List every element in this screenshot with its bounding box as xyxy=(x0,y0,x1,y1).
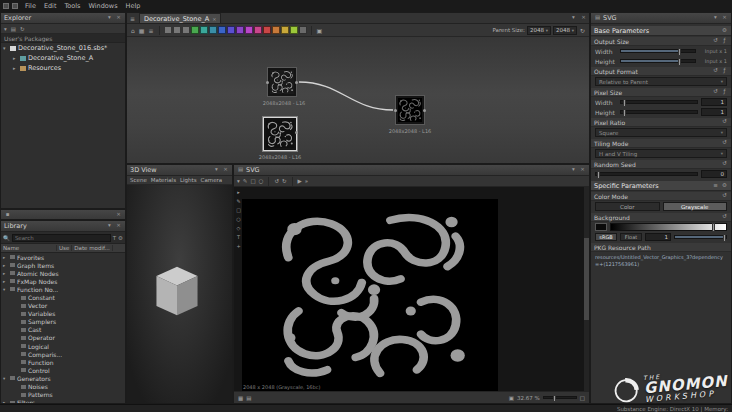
gear-icon[interactable]: ⚙ xyxy=(721,28,728,34)
close-icon[interactable]: × xyxy=(115,212,122,218)
node-palette-icon-9[interactable] xyxy=(236,26,244,34)
close-icon[interactable]: × xyxy=(115,15,122,21)
slider-knob[interactable] xyxy=(623,99,626,107)
undo-icon[interactable]: ↺ xyxy=(274,178,279,184)
slider-knob[interactable] xyxy=(723,234,726,242)
node-palette-icon-13[interactable] xyxy=(272,26,280,34)
library-item-comparis-[interactable]: Comparis... xyxy=(1,350,125,358)
reset-icon[interactable]: ↺ xyxy=(721,140,728,146)
frame-all-icon[interactable]: ▦ xyxy=(138,27,146,34)
pen-tool-icon[interactable]: ✎ xyxy=(243,178,248,184)
reset-icon[interactable]: ↺ xyxy=(712,68,719,74)
node-palette-icon-16[interactable] xyxy=(299,26,307,34)
pixel-height-value[interactable]: 1 xyxy=(701,108,727,116)
slider-knob[interactable] xyxy=(623,109,626,117)
input-pin[interactable] xyxy=(394,109,397,112)
node-palette-icon-7[interactable] xyxy=(218,26,226,34)
grid-toggle-icon[interactable]: ▦ xyxy=(238,395,243,401)
library-item-favorites[interactable]: ▸Favorites xyxy=(1,253,125,261)
skip-end-icon[interactable]: » xyxy=(305,178,308,184)
menu-file[interactable]: File xyxy=(21,2,40,10)
tiling-mode-select[interactable]: H and V Tiling▾ xyxy=(595,149,727,158)
slider-knob[interactable] xyxy=(678,48,681,56)
gear-icon[interactable]: ⚙ xyxy=(721,183,728,189)
close-icon[interactable]: × xyxy=(115,223,122,229)
graph-node-output[interactable] xyxy=(395,95,425,125)
library-column-name[interactable]: Name xyxy=(1,245,57,251)
rect-tool-icon[interactable]: □ xyxy=(250,178,255,184)
close-icon[interactable]: × xyxy=(580,15,587,21)
pixel-grid-icon[interactable]: ▣ xyxy=(509,395,514,401)
home-view-icon[interactable]: ⌂ xyxy=(130,27,136,34)
view3d-menu-materials[interactable]: Materials xyxy=(151,177,176,183)
node-palette-icon-3[interactable] xyxy=(182,26,190,34)
panel-grip-icon[interactable]: ▪ xyxy=(4,212,11,218)
output-pin[interactable] xyxy=(423,109,426,112)
node-palette-icon-14[interactable] xyxy=(281,26,289,34)
menu-edit[interactable]: Edit xyxy=(40,2,61,10)
menu-help[interactable]: Help xyxy=(122,2,145,10)
explorer-item-graph[interactable]: ▸ Decorative_Stone_A xyxy=(1,53,125,63)
library-item-fxmap-nodes[interactable]: ▸FxMap Nodes xyxy=(1,277,125,285)
open-file-icon[interactable] xyxy=(12,3,18,9)
graph-node-blur[interactable] xyxy=(267,67,297,97)
library-item-generators[interactable]: ▾Generators xyxy=(1,374,125,382)
random-seed-slider[interactable] xyxy=(595,172,698,176)
parent-size-height-select[interactable]: 2048▾ xyxy=(553,26,577,35)
random-seed-value[interactable]: 0 xyxy=(701,170,727,178)
view2d-viewport[interactable]: ▸ ✎ □ ○ ◇ T + 2048 x 2048 (Grayscale, 16… xyxy=(234,187,584,391)
ellipse-tool-icon[interactable]: ○ xyxy=(259,178,264,184)
filter-text-icon[interactable]: T xyxy=(113,235,116,241)
pixel-height-slider[interactable] xyxy=(620,110,698,114)
checker-icon[interactable]: ▣ xyxy=(316,27,324,34)
graph-canvas[interactable]: 2048x2048 - L16 2048x2048 - L16 2048x204… xyxy=(127,37,589,163)
explorer-item-package[interactable]: ▾ Decorative_Stone_016.sbs* xyxy=(1,43,125,53)
expand-arrow-icon[interactable]: ▸ xyxy=(13,55,18,61)
new-file-icon[interactable] xyxy=(3,3,9,9)
library-item-graph-items[interactable]: ▸Graph Items xyxy=(1,261,125,269)
function-icon[interactable]: ƒ xyxy=(721,89,728,95)
library-item-control[interactable]: Control xyxy=(1,366,125,374)
library-item-vector[interactable]: Vector xyxy=(1,302,125,310)
library-item-samplers[interactable]: Samplers xyxy=(1,318,125,326)
width-slider[interactable] xyxy=(620,49,696,53)
pixel-width-slider[interactable] xyxy=(620,100,698,104)
pixel-width-value[interactable]: 1 xyxy=(701,98,727,106)
view3d-menu-camera[interactable]: Camera xyxy=(201,177,223,183)
node-palette-icon-2[interactable] xyxy=(173,26,181,34)
refresh-icon[interactable]: ↻ xyxy=(20,26,25,32)
reset-icon[interactable]: ↺ xyxy=(721,193,728,199)
expand-arrow-icon[interactable]: ▸ xyxy=(13,65,18,71)
tiling-toggle-icon[interactable]: ▤ xyxy=(246,395,251,401)
redo-icon[interactable]: ↻ xyxy=(282,178,287,184)
reset-icon[interactable]: ↺ xyxy=(721,119,728,125)
circle-tool-icon[interactable]: ○ xyxy=(236,216,240,222)
library-item-logical[interactable]: Logical xyxy=(1,342,125,350)
panel-options-icon[interactable]: ▾ xyxy=(712,15,719,21)
output-pin[interactable] xyxy=(295,131,298,134)
graph-node-svg-selected[interactable] xyxy=(263,117,297,151)
refresh-icon[interactable]: ↻ xyxy=(579,27,586,34)
zoom-slider[interactable] xyxy=(543,396,577,399)
close-icon[interactable]: × xyxy=(222,167,229,173)
play-icon[interactable]: ▶ xyxy=(298,178,302,184)
close-icon[interactable]: × xyxy=(721,15,728,21)
new-package-icon[interactable]: ▤ xyxy=(11,26,16,32)
background-gradient-bar[interactable] xyxy=(610,223,727,231)
zoom-slider-knob[interactable] xyxy=(553,395,556,402)
node-palette-icon-8[interactable] xyxy=(227,26,235,34)
library-item-variables[interactable]: Variables xyxy=(1,310,125,318)
gear-icon[interactable]: ⚙ xyxy=(118,235,123,241)
arrow-tool-icon[interactable]: ▸ xyxy=(237,189,240,195)
search-input[interactable] xyxy=(12,234,111,242)
text-tool-icon[interactable]: T xyxy=(237,234,240,240)
panel-options-icon[interactable]: ▾ xyxy=(213,167,220,173)
list-icon[interactable]: ≡ xyxy=(712,183,719,189)
square-tool-icon[interactable]: □ xyxy=(236,207,241,213)
menu-tools[interactable]: Tools xyxy=(60,2,84,10)
background-swatch[interactable] xyxy=(595,223,607,231)
graph-tab[interactable]: Decorative_Stone_A × xyxy=(139,13,221,23)
filter-icon[interactable]: ▾ xyxy=(4,26,7,32)
node-palette-icon-11[interactable] xyxy=(254,26,262,34)
library-item-constant[interactable]: Constant xyxy=(1,293,125,301)
